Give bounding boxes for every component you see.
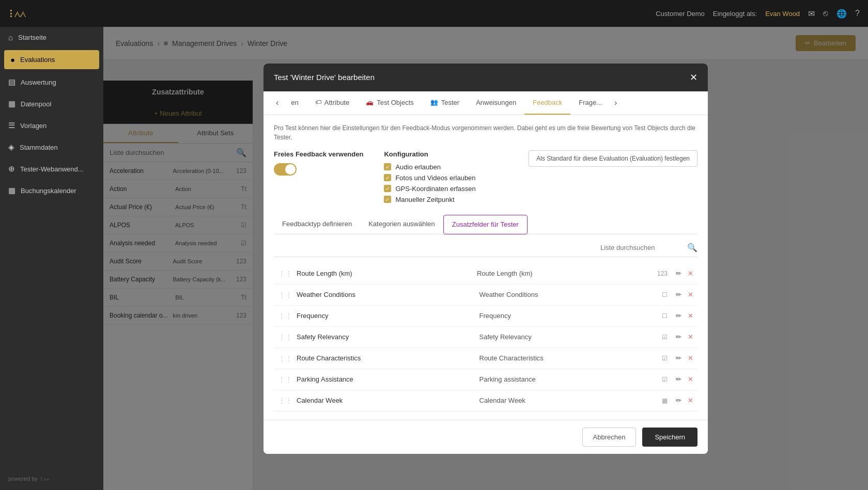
drag-handle-icon[interactable]: ⋮⋮: [278, 333, 292, 341]
freies-feedback-toggle[interactable]: [274, 163, 297, 176]
config-item-audio: ✓ Audio erlauben: [384, 163, 475, 171]
checkbox-manuell[interactable]: ✓: [384, 196, 391, 203]
checkbox-fotos[interactable]: ✓: [384, 174, 391, 181]
delete-icon[interactable]: ✕: [688, 291, 693, 298]
logout-icon[interactable]: ⎋: [823, 9, 828, 18]
edit-icon[interactable]: ✏: [676, 291, 681, 298]
table-row: ⋮⋮ Calendar Week Calendar Week ▦ ✏ ✕: [274, 390, 698, 412]
delete-icon[interactable]: ✕: [688, 270, 693, 277]
sidebar-item-label: Stammdaten: [20, 144, 58, 151]
drag-handle-icon[interactable]: ⋮⋮: [278, 291, 292, 299]
logged-in-label: Eingeloggt als:: [713, 10, 757, 18]
edit-icon[interactable]: ✏: [676, 312, 681, 320]
delete-icon[interactable]: ✕: [688, 397, 693, 404]
tab-next-arrow[interactable]: ›: [610, 94, 621, 112]
sidebar-item-buchungskalender[interactable]: ▦ Buchungskalender: [0, 180, 103, 201]
drag-handle-icon[interactable]: ⋮⋮: [278, 397, 292, 405]
tab-frage[interactable]: Frage...: [570, 91, 610, 115]
checkbox-gps[interactable]: ✓: [384, 185, 391, 192]
tab-feedback[interactable]: Feedback: [524, 91, 570, 115]
modal-close-button[interactable]: ✕: [690, 72, 698, 83]
type-badge: 123: [657, 270, 668, 277]
standard-button[interactable]: Als Standard für diese Evaluation (Evalu…: [529, 150, 698, 167]
delete-icon[interactable]: ✕: [688, 354, 693, 362]
toggle-knob: [285, 164, 296, 175]
table-row: ⋮⋮ Weather Conditions Weather Conditions…: [274, 284, 698, 306]
delete-icon[interactable]: ✕: [688, 375, 693, 383]
config-item-fotos: ✓ Fotos und Videos erlauben: [384, 174, 475, 182]
drag-handle-icon[interactable]: ⋮⋮: [278, 270, 292, 278]
table-row: ⋮⋮ Route Length (km) Route Length (km) 1…: [274, 263, 698, 284]
search-icon: 🔍: [687, 243, 698, 252]
help-icon[interactable]: ?: [855, 9, 860, 18]
tab-tester[interactable]: 👥 Tester: [422, 91, 468, 115]
tab-test-objects[interactable]: 🚗 Test Objects: [358, 91, 422, 115]
mail-icon[interactable]: ✉: [808, 9, 815, 19]
drag-handle-icon[interactable]: ⋮⋮: [278, 375, 292, 384]
table-row: ⋮⋮ Route Characteristics Route Character…: [274, 348, 698, 369]
sidebar-powered: powered by ⫶∧∧: [8, 476, 49, 482]
edit-icon[interactable]: ✏: [676, 375, 681, 383]
sidebar-item-label: Datenpool: [21, 100, 51, 108]
subtab-kategorien[interactable]: Kategorien auswählen: [360, 215, 443, 234]
delete-icon[interactable]: ✕: [688, 333, 693, 341]
config-item-manuell: ✓ Manueller Zeitpunkt: [384, 196, 475, 203]
delete-icon[interactable]: ✕: [688, 312, 693, 320]
drag-handle-icon[interactable]: ⋮⋮: [278, 354, 292, 362]
sidebar-item-startseite[interactable]: ⌂ Startseite: [0, 27, 103, 48]
edit-icon[interactable]: ✏: [676, 270, 681, 277]
edit-icon[interactable]: ✏: [676, 397, 681, 404]
table-row: ⋮⋮ Parking Assistance Parking assistance…: [274, 369, 698, 390]
subtab-zusatzfelder[interactable]: Zusatzfelder für Tester: [443, 215, 528, 234]
type-badge: ☑: [662, 355, 668, 362]
sidebar-item-auswertung[interactable]: ▤ Auswertung: [0, 71, 103, 93]
globe-icon[interactable]: 🌐: [836, 9, 847, 19]
modal-title: Test 'Winter Drive' bearbeiten: [274, 73, 375, 82]
cancel-button[interactable]: Abbrechen: [582, 428, 637, 447]
sidebar-item-datenpool[interactable]: ▦ Datenpool: [0, 93, 103, 115]
save-button[interactable]: Speichern: [642, 428, 698, 447]
sidebar-item-label: Evaluations: [20, 56, 55, 64]
config-item-gps: ✓ GPS-Koordinaten erfassen: [384, 185, 475, 193]
eval-icon: ●: [10, 55, 15, 64]
type-badge: ☐: [662, 312, 668, 320]
type-badge: ☑: [662, 376, 668, 383]
sidebar-item-label: Startseite: [18, 34, 47, 41]
modal: Test 'Winter Drive' bearbeiten ✕ ‹ en 🏷 …: [264, 64, 708, 454]
drag-handle-icon[interactable]: ⋮⋮: [278, 312, 292, 320]
sidebar-item-stammdaten[interactable]: ◈ Stammdaten: [0, 136, 103, 158]
freies-feedback-label: Freies Feedback verwenden: [274, 150, 363, 158]
modal-header: Test 'Winter Drive' bearbeiten ✕: [264, 64, 708, 91]
main-area: Evaluations › Management Drives › Winter…: [103, 27, 868, 490]
tab-attribute[interactable]: 🏷 Attribute: [307, 91, 358, 115]
konfiguration-section: Konfiguration ✓ Audio erlauben ✓ Fotos u…: [384, 150, 475, 207]
sidebar-item-evaluations[interactable]: ● Evaluations: [4, 50, 99, 69]
sidebar-item-label: Auswertung: [21, 78, 56, 86]
table-row: ⋮⋮ Frequency Frequency ☐ ✏ ✕: [274, 306, 698, 327]
subtab-feedbacktyp[interactable]: Feedbacktyp definieren: [274, 215, 360, 234]
template-icon: ☰: [8, 121, 15, 130]
people-icon: 👥: [430, 99, 438, 106]
edit-icon[interactable]: ✏: [676, 354, 681, 362]
home-icon: ⌂: [8, 33, 13, 42]
modal-subtabs: Feedbacktyp definieren Kategorien auswäh…: [274, 215, 698, 234]
tab-en[interactable]: en: [283, 91, 306, 115]
logo-icon: ⫶∧∧: [8, 7, 25, 20]
edit-icon[interactable]: ✏: [676, 333, 681, 341]
data-icon: ▦: [8, 99, 16, 108]
sidebar-item-tester-webanwend[interactable]: ⊕ Tester-Webanwend...: [0, 158, 103, 180]
customer-label: Customer Demo: [656, 10, 705, 18]
type-badge: ☑: [662, 334, 668, 341]
tester-icon: ⊕: [8, 164, 15, 173]
chart-icon: ▤: [8, 77, 16, 87]
sidebar-item-label: Tester-Webanwend...: [20, 165, 84, 173]
username: Evan Wood: [765, 10, 800, 18]
topbar: ⫶∧∧ Customer Demo Eingeloggt als: Evan W…: [0, 0, 868, 27]
modal-description: Pro Test können hier die Einstellungen f…: [274, 123, 698, 142]
modal-search-input[interactable]: [600, 244, 687, 251]
tab-prev-arrow[interactable]: ‹: [272, 94, 283, 112]
sidebar-item-vorlagen[interactable]: ☰ Vorlagen: [0, 115, 103, 136]
type-badge: ▦: [662, 397, 668, 404]
checkbox-audio[interactable]: ✓: [384, 163, 391, 170]
tab-anweisungen[interactable]: Anweisungen: [468, 91, 524, 115]
